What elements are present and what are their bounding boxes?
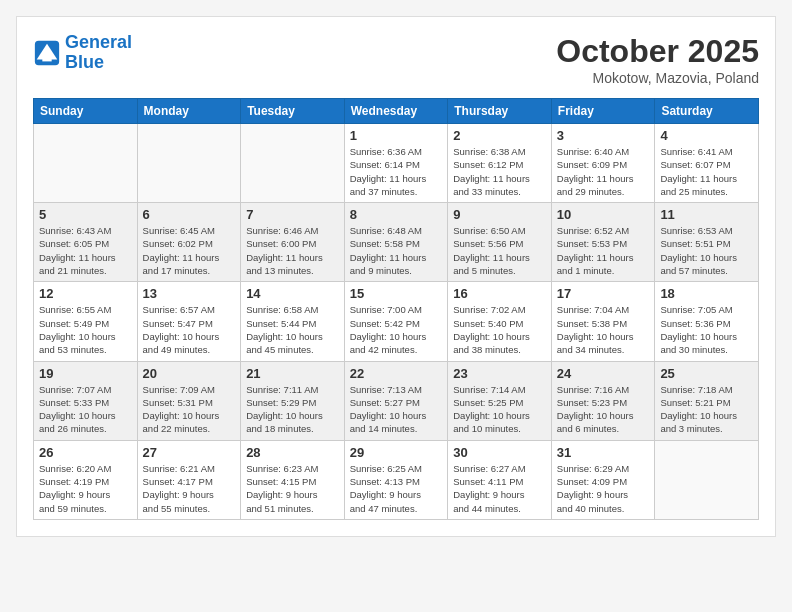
table-row: 30Sunrise: 6:27 AMSunset: 4:11 PMDayligh… xyxy=(448,440,552,519)
day-number: 26 xyxy=(39,445,132,460)
table-row: 18Sunrise: 7:05 AMSunset: 5:36 PMDayligh… xyxy=(655,282,759,361)
table-row: 14Sunrise: 6:58 AMSunset: 5:44 PMDayligh… xyxy=(241,282,345,361)
day-number: 3 xyxy=(557,128,650,143)
table-row xyxy=(655,440,759,519)
day-number: 29 xyxy=(350,445,443,460)
logo: General Blue xyxy=(33,33,132,73)
day-info: Sunrise: 6:50 AMSunset: 5:56 PMDaylight:… xyxy=(453,224,546,277)
col-wednesday: Wednesday xyxy=(344,99,448,124)
day-info: Sunrise: 6:25 AMSunset: 4:13 PMDaylight:… xyxy=(350,462,443,515)
col-friday: Friday xyxy=(551,99,655,124)
table-row: 31Sunrise: 6:29 AMSunset: 4:09 PMDayligh… xyxy=(551,440,655,519)
col-saturday: Saturday xyxy=(655,99,759,124)
day-number: 5 xyxy=(39,207,132,222)
col-sunday: Sunday xyxy=(34,99,138,124)
day-info: Sunrise: 7:04 AMSunset: 5:38 PMDaylight:… xyxy=(557,303,650,356)
day-info: Sunrise: 7:11 AMSunset: 5:29 PMDaylight:… xyxy=(246,383,339,436)
day-number: 19 xyxy=(39,366,132,381)
table-row: 8Sunrise: 6:48 AMSunset: 5:58 PMDaylight… xyxy=(344,203,448,282)
day-info: Sunrise: 6:38 AMSunset: 6:12 PMDaylight:… xyxy=(453,145,546,198)
day-number: 1 xyxy=(350,128,443,143)
day-number: 13 xyxy=(143,286,236,301)
table-row: 19Sunrise: 7:07 AMSunset: 5:33 PMDayligh… xyxy=(34,361,138,440)
title-block: October 2025 Mokotow, Mazovia, Poland xyxy=(556,33,759,86)
day-number: 8 xyxy=(350,207,443,222)
day-info: Sunrise: 7:09 AMSunset: 5:31 PMDaylight:… xyxy=(143,383,236,436)
location-subtitle: Mokotow, Mazovia, Poland xyxy=(556,70,759,86)
table-row: 26Sunrise: 6:20 AMSunset: 4:19 PMDayligh… xyxy=(34,440,138,519)
calendar-week-row: 5Sunrise: 6:43 AMSunset: 6:05 PMDaylight… xyxy=(34,203,759,282)
day-info: Sunrise: 6:48 AMSunset: 5:58 PMDaylight:… xyxy=(350,224,443,277)
table-row xyxy=(137,124,241,203)
table-row: 27Sunrise: 6:21 AMSunset: 4:17 PMDayligh… xyxy=(137,440,241,519)
table-row: 9Sunrise: 6:50 AMSunset: 5:56 PMDaylight… xyxy=(448,203,552,282)
table-row: 10Sunrise: 6:52 AMSunset: 5:53 PMDayligh… xyxy=(551,203,655,282)
day-info: Sunrise: 7:00 AMSunset: 5:42 PMDaylight:… xyxy=(350,303,443,356)
day-number: 7 xyxy=(246,207,339,222)
table-row: 25Sunrise: 7:18 AMSunset: 5:21 PMDayligh… xyxy=(655,361,759,440)
table-row: 5Sunrise: 6:43 AMSunset: 6:05 PMDaylight… xyxy=(34,203,138,282)
day-info: Sunrise: 6:29 AMSunset: 4:09 PMDaylight:… xyxy=(557,462,650,515)
calendar-table: Sunday Monday Tuesday Wednesday Thursday… xyxy=(33,98,759,520)
table-row: 4Sunrise: 6:41 AMSunset: 6:07 PMDaylight… xyxy=(655,124,759,203)
day-info: Sunrise: 6:53 AMSunset: 5:51 PMDaylight:… xyxy=(660,224,753,277)
day-info: Sunrise: 6:41 AMSunset: 6:07 PMDaylight:… xyxy=(660,145,753,198)
calendar-page: General Blue October 2025 Mokotow, Mazov… xyxy=(16,16,776,537)
day-number: 12 xyxy=(39,286,132,301)
calendar-body: 1Sunrise: 6:36 AMSunset: 6:14 PMDaylight… xyxy=(34,124,759,520)
day-number: 15 xyxy=(350,286,443,301)
table-row: 6Sunrise: 6:45 AMSunset: 6:02 PMDaylight… xyxy=(137,203,241,282)
table-row: 17Sunrise: 7:04 AMSunset: 5:38 PMDayligh… xyxy=(551,282,655,361)
logo-line1: General xyxy=(65,32,132,52)
day-info: Sunrise: 6:45 AMSunset: 6:02 PMDaylight:… xyxy=(143,224,236,277)
logo-icon xyxy=(33,39,61,67)
day-number: 4 xyxy=(660,128,753,143)
day-info: Sunrise: 7:05 AMSunset: 5:36 PMDaylight:… xyxy=(660,303,753,356)
header: General Blue October 2025 Mokotow, Mazov… xyxy=(33,33,759,86)
day-info: Sunrise: 6:21 AMSunset: 4:17 PMDaylight:… xyxy=(143,462,236,515)
day-info: Sunrise: 6:36 AMSunset: 6:14 PMDaylight:… xyxy=(350,145,443,198)
day-info: Sunrise: 6:43 AMSunset: 6:05 PMDaylight:… xyxy=(39,224,132,277)
day-number: 31 xyxy=(557,445,650,460)
day-number: 10 xyxy=(557,207,650,222)
day-number: 20 xyxy=(143,366,236,381)
calendar-week-row: 26Sunrise: 6:20 AMSunset: 4:19 PMDayligh… xyxy=(34,440,759,519)
col-tuesday: Tuesday xyxy=(241,99,345,124)
svg-rect-2 xyxy=(42,54,51,61)
day-number: 25 xyxy=(660,366,753,381)
table-row xyxy=(241,124,345,203)
day-number: 21 xyxy=(246,366,339,381)
table-row xyxy=(34,124,138,203)
day-number: 14 xyxy=(246,286,339,301)
day-info: Sunrise: 6:20 AMSunset: 4:19 PMDaylight:… xyxy=(39,462,132,515)
month-title: October 2025 xyxy=(556,33,759,70)
logo-line2: Blue xyxy=(65,52,104,72)
table-row: 28Sunrise: 6:23 AMSunset: 4:15 PMDayligh… xyxy=(241,440,345,519)
day-info: Sunrise: 7:07 AMSunset: 5:33 PMDaylight:… xyxy=(39,383,132,436)
calendar-week-row: 19Sunrise: 7:07 AMSunset: 5:33 PMDayligh… xyxy=(34,361,759,440)
day-number: 22 xyxy=(350,366,443,381)
table-row: 11Sunrise: 6:53 AMSunset: 5:51 PMDayligh… xyxy=(655,203,759,282)
table-row: 3Sunrise: 6:40 AMSunset: 6:09 PMDaylight… xyxy=(551,124,655,203)
calendar-header-row: Sunday Monday Tuesday Wednesday Thursday… xyxy=(34,99,759,124)
day-number: 27 xyxy=(143,445,236,460)
calendar-week-row: 12Sunrise: 6:55 AMSunset: 5:49 PMDayligh… xyxy=(34,282,759,361)
table-row: 1Sunrise: 6:36 AMSunset: 6:14 PMDaylight… xyxy=(344,124,448,203)
day-number: 2 xyxy=(453,128,546,143)
col-thursday: Thursday xyxy=(448,99,552,124)
table-row: 12Sunrise: 6:55 AMSunset: 5:49 PMDayligh… xyxy=(34,282,138,361)
table-row: 22Sunrise: 7:13 AMSunset: 5:27 PMDayligh… xyxy=(344,361,448,440)
day-info: Sunrise: 6:46 AMSunset: 6:00 PMDaylight:… xyxy=(246,224,339,277)
day-info: Sunrise: 7:14 AMSunset: 5:25 PMDaylight:… xyxy=(453,383,546,436)
day-number: 11 xyxy=(660,207,753,222)
day-info: Sunrise: 6:27 AMSunset: 4:11 PMDaylight:… xyxy=(453,462,546,515)
day-number: 17 xyxy=(557,286,650,301)
day-number: 6 xyxy=(143,207,236,222)
day-info: Sunrise: 6:52 AMSunset: 5:53 PMDaylight:… xyxy=(557,224,650,277)
day-info: Sunrise: 6:57 AMSunset: 5:47 PMDaylight:… xyxy=(143,303,236,356)
day-number: 23 xyxy=(453,366,546,381)
day-info: Sunrise: 7:18 AMSunset: 5:21 PMDaylight:… xyxy=(660,383,753,436)
day-info: Sunrise: 6:40 AMSunset: 6:09 PMDaylight:… xyxy=(557,145,650,198)
day-info: Sunrise: 7:02 AMSunset: 5:40 PMDaylight:… xyxy=(453,303,546,356)
day-info: Sunrise: 7:13 AMSunset: 5:27 PMDaylight:… xyxy=(350,383,443,436)
